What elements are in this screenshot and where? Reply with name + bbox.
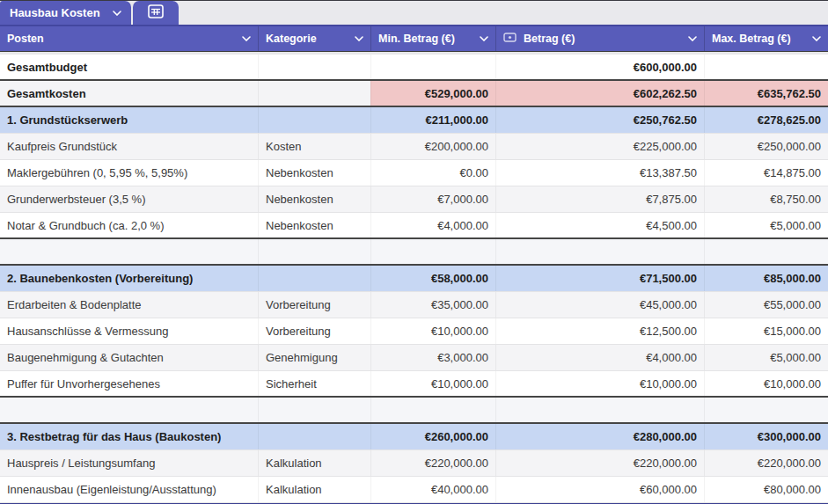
cell-max[interactable]: [704, 239, 828, 264]
cell-max[interactable]: €85,000.00: [704, 266, 828, 291]
cell-min[interactable]: €260,000.00: [370, 424, 495, 449]
cell-posten[interactable]: Innenausbau (Eigenleistung/Ausstattung): [0, 477, 258, 502]
cell-min[interactable]: €4,000.00: [370, 213, 495, 237]
cell-kategorie[interactable]: Nebenkosten: [258, 186, 370, 212]
cell-max[interactable]: €278,625.00: [704, 107, 828, 133]
chevron-down-icon[interactable]: [812, 36, 821, 41]
table-row: Grunderwerbsteuer (3,5 %)Nebenkosten€7,0…: [0, 186, 828, 213]
cell-min[interactable]: €529,000.00: [370, 81, 495, 106]
cell-betrag[interactable]: [495, 398, 704, 422]
cell-kategorie[interactable]: Kosten: [258, 134, 370, 159]
cell-min[interactable]: €0.00: [370, 160, 495, 186]
cell-kategorie[interactable]: [258, 424, 370, 449]
cell-max[interactable]: [704, 398, 828, 422]
cell-kategorie[interactable]: [258, 266, 370, 291]
column-header-posten[interactable]: Posten: [0, 26, 258, 51]
cell-betrag[interactable]: €225,000.00: [495, 134, 704, 159]
cell-min[interactable]: [370, 239, 495, 264]
cell-min[interactable]: €211,000.00: [370, 107, 495, 133]
cell-posten[interactable]: Hauspreis / Leistungsumfang: [0, 450, 258, 476]
cell-min[interactable]: €35,000.00: [370, 292, 495, 318]
cell-betrag[interactable]: €600,000.00: [495, 55, 704, 79]
cell-min[interactable]: €7,000.00: [370, 186, 495, 212]
column-header-kategorie[interactable]: Kategorie: [258, 26, 370, 51]
cell-posten[interactable]: [0, 239, 258, 264]
cell-kategorie[interactable]: [258, 107, 370, 133]
cell-betrag[interactable]: €220,000.00: [495, 450, 704, 476]
cell-kategorie[interactable]: [258, 55, 370, 79]
cell-betrag[interactable]: [495, 239, 704, 264]
cell-max[interactable]: €10,000.00: [704, 371, 828, 396]
cell-kategorie[interactable]: Vorbereitung: [258, 318, 370, 344]
cell-posten[interactable]: Kaufpreis Grundstück: [0, 134, 258, 159]
column-header-max[interactable]: Max. Betrag (€): [704, 26, 828, 51]
cell-max[interactable]: [704, 55, 828, 79]
cell-min[interactable]: €10,000.00: [370, 318, 495, 344]
cell-posten[interactable]: 2. Baunebenkosten (Vorbereitung): [0, 266, 258, 291]
cell-posten[interactable]: 3. Restbetrag für das Haus (Baukosten): [0, 424, 258, 449]
cell-betrag[interactable]: €10,000.00: [495, 371, 704, 396]
cell-max[interactable]: €635,762.50: [704, 81, 828, 106]
cell-betrag[interactable]: €71,500.00: [495, 266, 704, 291]
cell-kategorie[interactable]: [258, 398, 370, 422]
cell-max[interactable]: €80,000.00: [704, 477, 828, 502]
cell-betrag[interactable]: €602,262.50: [495, 81, 704, 106]
cell-posten[interactable]: 1. Grundstückserwerb: [0, 107, 258, 133]
cell-betrag[interactable]: €4,000.00: [495, 345, 704, 370]
cell-posten[interactable]: Erdarbeiten & Bodenplatte: [0, 292, 258, 318]
chevron-down-icon[interactable]: [688, 36, 697, 41]
cell-posten[interactable]: Puffer für Unvorhergesehenes: [0, 371, 258, 396]
cell-max[interactable]: €220,000.00: [704, 450, 828, 476]
table-row: Erdarbeiten & BodenplatteVorbereitung€35…: [0, 292, 828, 318]
cell-betrag[interactable]: €12,500.00: [495, 318, 704, 344]
tab-hausbau-kosten[interactable]: Hausbau Kosten: [0, 1, 131, 25]
cell-betrag[interactable]: €4,500.00: [495, 213, 704, 237]
cell-posten[interactable]: Maklergebühren (0, 5,95 %, 5,95%): [0, 160, 258, 186]
cell-betrag[interactable]: €13,387.50: [495, 160, 704, 186]
cell-kategorie[interactable]: Sicherheit: [258, 371, 370, 396]
cell-posten[interactable]: Gesamtbudget: [0, 55, 258, 79]
chevron-down-icon[interactable]: [242, 36, 251, 41]
cell-kategorie[interactable]: Vorbereitung: [258, 292, 370, 318]
cell-kategorie[interactable]: Nebenkosten: [258, 213, 370, 237]
cell-betrag[interactable]: €250,762.50: [495, 107, 704, 133]
cell-betrag[interactable]: €60,000.00: [495, 477, 704, 502]
cell-min[interactable]: €40,000.00: [370, 477, 495, 502]
cell-kategorie[interactable]: Kalkulation: [258, 477, 370, 502]
cell-max[interactable]: €15,000.00: [704, 318, 828, 344]
cell-kategorie[interactable]: Kalkulation: [258, 450, 370, 476]
chevron-down-icon[interactable]: [113, 11, 121, 16]
cell-max[interactable]: €300,000.00: [704, 424, 828, 449]
cell-min[interactable]: €220,000.00: [370, 450, 495, 476]
cell-posten[interactable]: Baugenehmigung & Gutachten: [0, 345, 258, 370]
tab-widget[interactable]: [133, 1, 179, 25]
column-header-min[interactable]: Min. Betrag (€): [370, 26, 495, 51]
cell-posten[interactable]: Hausanschlüsse & Vermessung: [0, 318, 258, 344]
cell-min[interactable]: €10,000.00: [370, 371, 495, 396]
chevron-down-icon[interactable]: [355, 36, 363, 41]
cell-kategorie[interactable]: [258, 81, 370, 106]
cell-kategorie[interactable]: Genehmigung: [258, 345, 370, 370]
cell-max[interactable]: €5,000.00: [704, 345, 828, 370]
chevron-down-icon[interactable]: [480, 36, 488, 41]
cell-kategorie[interactable]: Nebenkosten: [258, 160, 370, 186]
cell-max[interactable]: €8,750.00: [704, 186, 828, 212]
column-header-betrag[interactable]: Betrag (€): [495, 26, 704, 51]
cell-posten[interactable]: Notar & Grundbuch (ca. 2,0 %): [0, 213, 258, 237]
cell-min[interactable]: [370, 398, 495, 422]
cell-max[interactable]: €55,000.00: [704, 292, 828, 318]
cell-kategorie[interactable]: [258, 239, 370, 264]
cell-max[interactable]: €250,000.00: [704, 134, 828, 159]
cell-max[interactable]: €5,000.00: [704, 213, 828, 237]
cell-min[interactable]: €58,000.00: [370, 266, 495, 291]
cell-betrag[interactable]: €7,875.00: [495, 186, 704, 212]
cell-betrag[interactable]: €280,000.00: [495, 424, 704, 449]
cell-max[interactable]: €14,875.00: [704, 160, 828, 186]
cell-min[interactable]: €200,000.00: [370, 134, 495, 159]
cell-posten[interactable]: Gesamtkosten: [0, 81, 258, 106]
cell-min[interactable]: [370, 55, 495, 79]
cell-posten[interactable]: [0, 398, 258, 422]
cell-min[interactable]: €3,000.00: [370, 345, 495, 370]
cell-betrag[interactable]: €45,000.00: [495, 292, 704, 318]
cell-posten[interactable]: Grunderwerbsteuer (3,5 %): [0, 186, 258, 212]
